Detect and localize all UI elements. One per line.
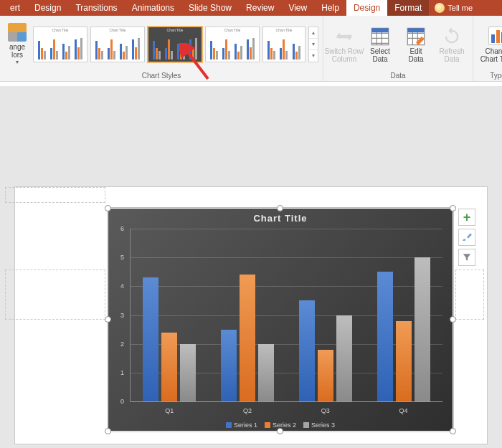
chart-style-2[interactable]: Chart Title xyxy=(90,27,145,62)
tab-view[interactable]: View xyxy=(281,0,314,16)
ribbon-tabs: ert Design Transitions Animations Slide … xyxy=(0,0,502,16)
slide[interactable]: Chart Title 0123456Q1Q2Q3Q4 Series 1Seri… xyxy=(14,186,488,444)
chart-type-icon xyxy=(488,27,502,45)
chart-style-4[interactable]: Chart Title xyxy=(205,27,260,62)
resize-handle[interactable] xyxy=(450,316,456,323)
tab-insert[interactable]: ert xyxy=(3,0,27,16)
group-label-type: Type xyxy=(478,70,502,81)
resize-handle[interactable] xyxy=(105,316,111,323)
edit-data-button[interactable]: Edit Data xyxy=(399,25,432,63)
dropdown-icon: ▾ xyxy=(16,59,19,65)
chart-style-3-selected[interactable]: Chart Title xyxy=(148,27,202,62)
tab-help[interactable]: Help xyxy=(314,0,346,16)
resize-handle[interactable] xyxy=(277,205,283,211)
tab-design[interactable]: Design xyxy=(27,0,68,16)
group-type: Change Chart Type Type xyxy=(473,16,502,81)
change-chart-type-button[interactable]: Change Chart Type xyxy=(478,25,502,63)
tell-me[interactable]: Tell me xyxy=(429,0,478,16)
refresh-data-button: Refresh Data xyxy=(435,25,468,63)
placeholder-title xyxy=(5,187,105,203)
bulb-icon xyxy=(435,3,445,13)
chart-object[interactable]: Chart Title 0123456Q1Q2Q3Q4 Series 1Seri… xyxy=(108,209,453,431)
switch-row-column-button: Switch Row/ Column xyxy=(328,25,361,63)
tab-chart-design[interactable]: Design xyxy=(346,0,387,16)
gallery-scroll-up[interactable]: ▴ xyxy=(309,27,318,39)
tab-chart-format[interactable]: Format xyxy=(387,0,429,16)
slide-canvas: Chart Title 0123456Q1Q2Q3Q4 Series 1Seri… xyxy=(0,86,502,448)
tab-slideshow[interactable]: Slide Show xyxy=(181,0,239,16)
grid-pencil-icon xyxy=(406,27,426,47)
select-data-button[interactable]: Select Data xyxy=(364,25,397,63)
chart-style-gallery: Chart Title Chart Title Chart Title xyxy=(33,27,318,62)
palette-icon xyxy=(8,23,27,42)
chart-style-5[interactable]: Chart Title xyxy=(262,27,306,62)
placeholder-left xyxy=(5,270,105,320)
group-data: Switch Row/ Column Select Data Edit Data… xyxy=(323,16,473,81)
placeholder-right xyxy=(455,270,484,320)
switch-icon xyxy=(334,27,354,47)
gallery-scroll-down[interactable]: ▾ xyxy=(309,39,318,50)
gallery-scroll: ▴ ▾ ▾ xyxy=(308,27,318,62)
chart-styles-button[interactable] xyxy=(458,229,475,246)
group-label-chart-styles: Chart Styles xyxy=(4,70,318,81)
svg-rect-1 xyxy=(371,28,388,32)
refresh-icon xyxy=(442,27,462,47)
selection-outline xyxy=(107,207,454,432)
tab-animations[interactable]: Animations xyxy=(125,0,181,16)
chart-filter-button[interactable] xyxy=(458,249,475,266)
chart-side-buttons: + xyxy=(458,209,475,266)
chart-elements-button[interactable]: + xyxy=(458,209,475,226)
resize-handle[interactable] xyxy=(450,205,456,211)
resize-handle[interactable] xyxy=(450,428,456,434)
tab-review[interactable]: Review xyxy=(239,0,281,16)
tell-me-label: Tell me xyxy=(447,4,473,12)
chart-style-1[interactable]: Chart Title xyxy=(33,27,87,62)
tab-transitions[interactable]: Transitions xyxy=(68,0,124,16)
group-chart-styles: ange lors ▾ Chart Title Chart Title xyxy=(0,16,323,81)
grid-icon xyxy=(370,27,390,47)
brush-icon xyxy=(462,232,472,242)
funnel-icon xyxy=(462,252,472,262)
resize-handle[interactable] xyxy=(105,428,111,434)
plus-icon: + xyxy=(463,211,471,224)
gallery-expand[interactable]: ▾ xyxy=(309,50,318,62)
change-colors-button[interactable]: ange lors ▾ xyxy=(4,23,30,65)
ribbon: ange lors ▾ Chart Title Chart Title xyxy=(0,16,502,82)
resize-handle[interactable] xyxy=(277,428,283,434)
svg-rect-3 xyxy=(407,28,424,32)
resize-handle[interactable] xyxy=(105,205,111,211)
group-label-data: Data xyxy=(328,70,468,81)
change-colors-label: ange lors xyxy=(9,43,25,59)
